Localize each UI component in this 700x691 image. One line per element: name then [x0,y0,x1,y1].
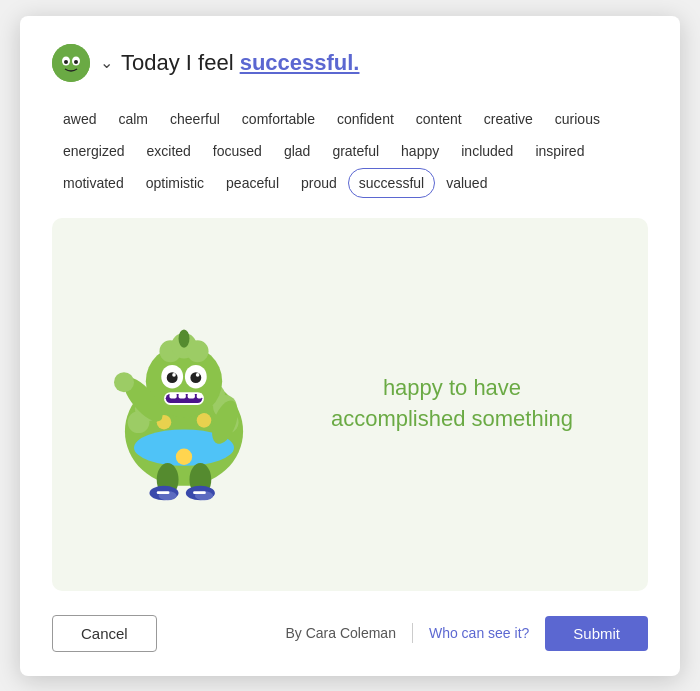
who-can-see-link[interactable]: Who can see it? [429,625,529,641]
svg-rect-44 [157,491,170,494]
svg-point-25 [167,372,178,383]
svg-rect-34 [197,393,202,398]
feeling-tag-proud[interactable]: proud [290,168,348,198]
modal-container: ⌄ Today I feel successful. awedcalmcheer… [20,16,680,676]
feeling-tag-comfortable[interactable]: comfortable [231,104,326,134]
svg-point-22 [179,329,190,347]
footer: Cancel By Cara Coleman Who can see it? S… [52,615,648,652]
feelings-row-2: energizedexcitedfocusedgladgratefulhappy… [52,136,648,166]
vertical-divider [412,623,413,643]
feeling-tag-inspired[interactable]: inspired [524,136,595,166]
header: ⌄ Today I feel successful. [52,44,648,82]
feeling-tag-glad[interactable]: glad [273,136,321,166]
mood-description: happy to have accomplished something [304,373,616,435]
svg-point-17 [197,413,212,428]
selected-feeling-link[interactable]: successful. [240,50,360,75]
feeling-tag-content[interactable]: content [405,104,473,134]
svg-point-21 [187,340,209,362]
feeling-tag-curious[interactable]: curious [544,104,611,134]
author-label: By Cara Coleman [285,625,396,641]
footer-buttons: Cancel [52,615,157,652]
title-prefix: Today I feel [121,50,234,75]
feelings-row-1: awedcalmcheerfulcomfortableconfidentcont… [52,104,648,134]
chevron-down-icon[interactable]: ⌄ [100,53,113,72]
feeling-tag-grateful[interactable]: grateful [321,136,390,166]
header-title: Today I feel successful. [121,50,359,76]
monster-character [84,304,284,504]
feeling-tag-valued[interactable]: valued [435,168,498,198]
svg-point-27 [172,373,176,377]
feeling-tag-energized[interactable]: energized [52,136,136,166]
feeling-tag-motivated[interactable]: motivated [52,168,135,198]
feelings-section: awedcalmcheerfulcomfortableconfidentcont… [52,104,648,200]
feeling-tag-focused[interactable]: focused [202,136,273,166]
mood-line-1: happy to have [304,373,600,404]
feeling-tag-optimistic[interactable]: optimistic [135,168,215,198]
feelings-row-3: motivatedoptimisticpeacefulproudsuccessf… [52,168,648,198]
cancel-button[interactable]: Cancel [52,615,157,652]
svg-point-26 [190,372,201,383]
avatar-icon [52,44,90,82]
feeling-tag-awed[interactable]: awed [52,104,107,134]
feeling-tag-excited[interactable]: excited [136,136,202,166]
submit-button[interactable]: Submit [545,616,648,651]
svg-point-28 [196,373,200,377]
feeling-tag-cheerful[interactable]: cheerful [159,104,231,134]
svg-rect-45 [193,491,206,494]
feeling-tag-creative[interactable]: creative [473,104,544,134]
footer-right: By Cara Coleman Who can see it? Submit [285,616,648,651]
svg-rect-31 [169,393,176,398]
feeling-tag-peaceful[interactable]: peaceful [215,168,290,198]
svg-rect-33 [188,393,195,398]
svg-point-37 [114,372,134,392]
svg-point-4 [74,60,78,64]
svg-point-15 [176,449,192,465]
mood-line-2: accomplished something [304,404,600,435]
feeling-tag-happy[interactable]: happy [390,136,450,166]
svg-point-3 [64,60,68,64]
avatar [52,44,90,82]
feeling-tag-confident[interactable]: confident [326,104,405,134]
mood-display: happy to have accomplished something [52,218,648,591]
feeling-tag-successful[interactable]: successful [348,168,435,198]
feeling-tag-calm[interactable]: calm [107,104,159,134]
svg-point-0 [52,44,90,82]
feeling-tag-included[interactable]: included [450,136,524,166]
svg-rect-32 [179,393,186,398]
